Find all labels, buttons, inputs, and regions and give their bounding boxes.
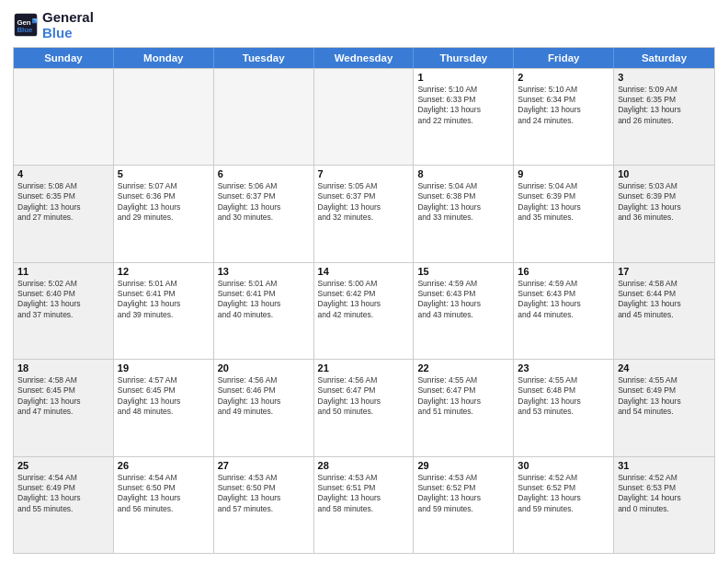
svg-text:Blue: Blue — [17, 26, 33, 34]
day-number: 6 — [218, 168, 310, 179]
day-info: Sunrise: 4:58 AM Sunset: 6:45 PM Dayligh… — [17, 375, 109, 418]
day-info: Sunrise: 4:57 AM Sunset: 6:45 PM Dayligh… — [118, 375, 210, 418]
day-number: 1 — [417, 72, 509, 83]
day-number: 14 — [318, 266, 410, 277]
calendar-header: SundayMondayTuesdayWednesdayThursdayFrid… — [14, 48, 714, 68]
cal-header-cell-monday: Monday — [114, 48, 214, 68]
day-number: 25 — [17, 460, 109, 471]
day-info: Sunrise: 4:56 AM Sunset: 6:47 PM Dayligh… — [318, 375, 410, 418]
cal-cell-empty — [214, 69, 314, 166]
day-info: Sunrise: 5:08 AM Sunset: 6:35 PM Dayligh… — [17, 181, 109, 224]
cal-row-2: 11Sunrise: 5:02 AM Sunset: 6:40 PM Dayli… — [14, 262, 714, 360]
day-number: 4 — [17, 168, 109, 179]
day-info: Sunrise: 5:03 AM Sunset: 6:39 PM Dayligh… — [618, 181, 711, 224]
day-number: 20 — [218, 362, 310, 373]
cal-cell-12: 12Sunrise: 5:01 AM Sunset: 6:41 PM Dayli… — [114, 263, 214, 360]
cal-cell-31: 31Sunrise: 4:52 AM Sunset: 6:53 PM Dayli… — [614, 457, 714, 554]
cal-header-cell-wednesday: Wednesday — [314, 48, 415, 68]
day-info: Sunrise: 5:06 AM Sunset: 6:37 PM Dayligh… — [218, 181, 310, 224]
cal-cell-14: 14Sunrise: 5:00 AM Sunset: 6:42 PM Dayli… — [314, 263, 415, 360]
cal-cell-21: 21Sunrise: 4:56 AM Sunset: 6:47 PM Dayli… — [314, 360, 415, 456]
day-number: 2 — [518, 72, 609, 83]
cal-cell-27: 27Sunrise: 4:53 AM Sunset: 6:50 PM Dayli… — [214, 457, 314, 554]
day-number: 27 — [218, 460, 310, 471]
cal-cell-empty — [14, 69, 114, 166]
day-info: Sunrise: 4:55 AM Sunset: 6:48 PM Dayligh… — [518, 375, 609, 418]
day-number: 21 — [318, 362, 410, 373]
cal-cell-29: 29Sunrise: 4:53 AM Sunset: 6:52 PM Dayli… — [414, 457, 514, 554]
cal-header-cell-saturday: Saturday — [614, 48, 714, 68]
cal-cell-9: 9Sunrise: 5:04 AM Sunset: 6:39 PM Daylig… — [514, 166, 614, 262]
day-number: 30 — [518, 460, 609, 471]
day-info: Sunrise: 4:52 AM Sunset: 6:53 PM Dayligh… — [618, 473, 711, 515]
cal-cell-18: 18Sunrise: 4:58 AM Sunset: 6:45 PM Dayli… — [14, 360, 114, 456]
day-number: 15 — [417, 266, 509, 277]
cal-row-4: 25Sunrise: 4:54 AM Sunset: 6:49 PM Dayli… — [14, 456, 714, 554]
cal-row-1: 4Sunrise: 5:08 AM Sunset: 6:35 PM Daylig… — [14, 165, 714, 262]
cal-row-0: 1Sunrise: 5:10 AM Sunset: 6:33 PM Daylig… — [14, 68, 714, 166]
cal-row-3: 18Sunrise: 4:58 AM Sunset: 6:45 PM Dayli… — [14, 359, 714, 456]
cal-cell-2: 2Sunrise: 5:10 AM Sunset: 6:34 PM Daylig… — [514, 69, 614, 166]
cal-header-cell-thursday: Thursday — [414, 48, 514, 68]
logo: Gen Blue General Blue — [13, 9, 94, 41]
day-number: 16 — [518, 266, 609, 277]
cal-cell-22: 22Sunrise: 4:55 AM Sunset: 6:47 PM Dayli… — [414, 360, 514, 456]
day-number: 17 — [618, 266, 711, 277]
cal-cell-28: 28Sunrise: 4:53 AM Sunset: 6:51 PM Dayli… — [314, 457, 415, 554]
day-info: Sunrise: 5:04 AM Sunset: 6:38 PM Dayligh… — [417, 181, 509, 224]
day-info: Sunrise: 4:55 AM Sunset: 6:49 PM Dayligh… — [618, 375, 711, 418]
day-info: Sunrise: 4:52 AM Sunset: 6:52 PM Dayligh… — [518, 473, 609, 515]
day-number: 19 — [118, 362, 210, 373]
cal-header-cell-friday: Friday — [514, 48, 614, 68]
cal-cell-empty — [114, 69, 214, 166]
cal-cell-1: 1Sunrise: 5:10 AM Sunset: 6:33 PM Daylig… — [414, 69, 514, 166]
day-number: 7 — [318, 168, 410, 179]
day-number: 8 — [417, 168, 509, 179]
day-info: Sunrise: 4:56 AM Sunset: 6:46 PM Dayligh… — [218, 375, 310, 418]
day-info: Sunrise: 4:53 AM Sunset: 6:52 PM Dayligh… — [417, 473, 509, 515]
day-number: 24 — [618, 362, 711, 373]
logo-icon: Gen Blue — [13, 12, 39, 38]
day-number: 22 — [417, 362, 509, 373]
day-number: 11 — [17, 266, 109, 277]
day-info: Sunrise: 4:53 AM Sunset: 6:51 PM Dayligh… — [318, 473, 410, 515]
day-info: Sunrise: 5:04 AM Sunset: 6:39 PM Dayligh… — [518, 181, 609, 224]
logo-text: General Blue — [42, 9, 94, 41]
day-info: Sunrise: 5:09 AM Sunset: 6:35 PM Dayligh… — [618, 85, 711, 127]
cal-cell-3: 3Sunrise: 5:09 AM Sunset: 6:35 PM Daylig… — [614, 69, 714, 166]
cal-cell-15: 15Sunrise: 4:59 AM Sunset: 6:43 PM Dayli… — [414, 263, 514, 360]
day-number: 18 — [17, 362, 109, 373]
day-number: 31 — [618, 460, 711, 471]
cal-cell-16: 16Sunrise: 4:59 AM Sunset: 6:43 PM Dayli… — [514, 263, 614, 360]
cal-cell-5: 5Sunrise: 5:07 AM Sunset: 6:36 PM Daylig… — [114, 166, 214, 262]
cal-cell-6: 6Sunrise: 5:06 AM Sunset: 6:37 PM Daylig… — [214, 166, 314, 262]
cal-cell-11: 11Sunrise: 5:02 AM Sunset: 6:40 PM Dayli… — [14, 263, 114, 360]
cal-cell-13: 13Sunrise: 5:01 AM Sunset: 6:41 PM Dayli… — [214, 263, 314, 360]
day-number: 9 — [518, 168, 609, 179]
day-number: 12 — [118, 266, 210, 277]
cal-cell-25: 25Sunrise: 4:54 AM Sunset: 6:49 PM Dayli… — [14, 457, 114, 554]
cal-cell-30: 30Sunrise: 4:52 AM Sunset: 6:52 PM Dayli… — [514, 457, 614, 554]
day-info: Sunrise: 5:05 AM Sunset: 6:37 PM Dayligh… — [318, 181, 410, 224]
day-number: 10 — [618, 168, 711, 179]
day-info: Sunrise: 5:10 AM Sunset: 6:33 PM Dayligh… — [417, 85, 509, 127]
header: Gen Blue General Blue — [13, 9, 715, 41]
calendar: SundayMondayTuesdayWednesdayThursdayFrid… — [13, 47, 715, 555]
cal-cell-7: 7Sunrise: 5:05 AM Sunset: 6:37 PM Daylig… — [314, 166, 415, 262]
day-info: Sunrise: 5:07 AM Sunset: 6:36 PM Dayligh… — [118, 181, 210, 224]
calendar-body: 1Sunrise: 5:10 AM Sunset: 6:33 PM Daylig… — [14, 68, 714, 554]
cal-header-cell-tuesday: Tuesday — [214, 48, 314, 68]
cal-cell-20: 20Sunrise: 4:56 AM Sunset: 6:46 PM Dayli… — [214, 360, 314, 456]
day-info: Sunrise: 4:59 AM Sunset: 6:43 PM Dayligh… — [518, 279, 609, 321]
day-number: 26 — [118, 460, 210, 471]
page: Gen Blue General Blue SundayMondayTuesda… — [0, 0, 728, 563]
cal-cell-24: 24Sunrise: 4:55 AM Sunset: 6:49 PM Dayli… — [614, 360, 714, 456]
day-number: 23 — [518, 362, 609, 373]
day-number: 3 — [618, 72, 711, 83]
day-info: Sunrise: 4:53 AM Sunset: 6:50 PM Dayligh… — [218, 473, 310, 515]
cal-cell-23: 23Sunrise: 4:55 AM Sunset: 6:48 PM Dayli… — [514, 360, 614, 456]
day-info: Sunrise: 5:02 AM Sunset: 6:40 PM Dayligh… — [17, 279, 109, 321]
day-info: Sunrise: 5:10 AM Sunset: 6:34 PM Dayligh… — [518, 85, 609, 127]
day-info: Sunrise: 4:55 AM Sunset: 6:47 PM Dayligh… — [417, 375, 509, 418]
day-info: Sunrise: 5:01 AM Sunset: 6:41 PM Dayligh… — [118, 279, 210, 321]
